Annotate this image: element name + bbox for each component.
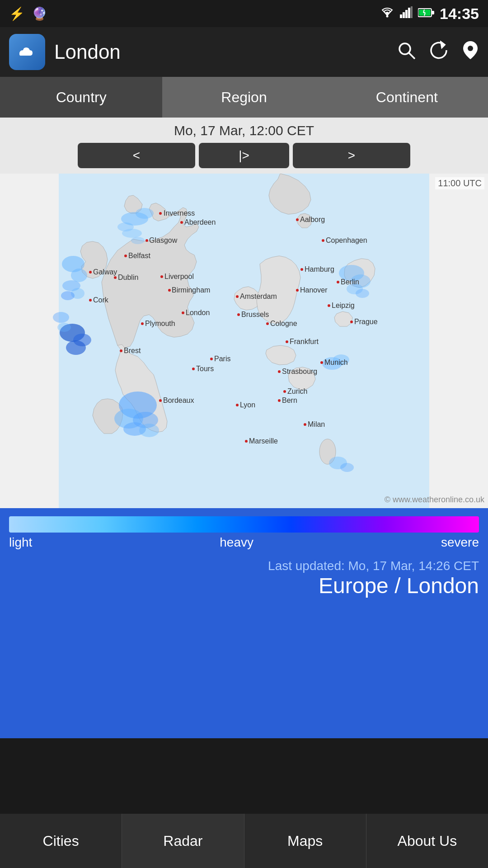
svg-point-22 xyxy=(61,291,75,300)
svg-text:Bordeaux: Bordeaux xyxy=(163,396,194,404)
svg-text:Zurich: Zurich xyxy=(287,387,307,395)
refresh-icon[interactable] xyxy=(429,41,448,64)
nav-cities[interactable]: Cities xyxy=(0,814,122,868)
svg-point-46 xyxy=(159,212,162,215)
svg-rect-7 xyxy=(432,11,434,14)
svg-text:Plymouth: Plymouth xyxy=(145,320,175,327)
location-name: Europe / London xyxy=(9,573,479,598)
svg-point-88 xyxy=(286,340,288,343)
svg-point-29 xyxy=(122,229,142,238)
svg-point-27 xyxy=(136,208,154,219)
svg-text:Berlin: Berlin xyxy=(341,278,359,286)
svg-text:Galway: Galway xyxy=(93,268,117,276)
svg-point-31 xyxy=(53,312,69,323)
svg-rect-5 xyxy=(411,6,413,18)
next-button[interactable]: > xyxy=(293,143,410,168)
now-button[interactable]: |> xyxy=(199,143,289,168)
svg-text:Aberdeen: Aberdeen xyxy=(184,218,216,226)
svg-text:Hanover: Hanover xyxy=(300,286,328,294)
nav-maps[interactable]: Maps xyxy=(244,814,366,868)
svg-point-48 xyxy=(180,221,183,224)
wifi-icon xyxy=(380,6,394,21)
legend-heavy: heavy xyxy=(220,535,253,550)
nav-radar[interactable]: Radar xyxy=(122,814,244,868)
svg-point-66 xyxy=(141,322,144,325)
svg-point-19 xyxy=(71,269,87,282)
svg-text:Aalborg: Aalborg xyxy=(300,216,325,223)
legend-labels: light heavy severe xyxy=(9,535,479,550)
tab-country[interactable]: Country xyxy=(0,77,163,118)
header-icons xyxy=(397,40,479,64)
svg-point-78 xyxy=(245,440,248,443)
svg-text:Liverpool: Liverpool xyxy=(164,273,194,280)
location-icon[interactable] xyxy=(462,40,479,64)
prev-button[interactable]: < xyxy=(78,143,195,168)
water-drop-icon: 🔮 xyxy=(32,6,47,21)
svg-point-15 xyxy=(468,46,473,51)
search-icon[interactable] xyxy=(397,41,416,64)
app-title: London xyxy=(54,41,388,63)
info-bar: Last updated: Mo, 17 Mar, 14:26 CET Euro… xyxy=(0,554,488,607)
svg-point-96 xyxy=(296,289,299,292)
svg-text:Strasbourg: Strasbourg xyxy=(282,368,317,375)
tab-region[interactable]: Region xyxy=(163,77,325,118)
tab-bar: Country Region Continent xyxy=(0,77,488,118)
svg-point-94 xyxy=(236,295,239,298)
status-time: 14:35 xyxy=(440,5,479,23)
svg-marker-14 xyxy=(441,42,445,47)
svg-text:Prague: Prague xyxy=(354,318,378,326)
utc-label: 11:00 UTC xyxy=(435,177,484,189)
svg-rect-1 xyxy=(400,14,402,18)
nav-about[interactable]: About Us xyxy=(366,814,488,868)
svg-point-86 xyxy=(304,423,306,426)
svg-point-60 xyxy=(168,289,171,292)
legend-severe: severe xyxy=(441,535,479,550)
status-left-icons: ⚡ 🔮 xyxy=(9,6,47,21)
status-bar: ⚡ 🔮 xyxy=(0,0,488,27)
svg-rect-4 xyxy=(408,8,410,18)
svg-point-102 xyxy=(328,304,330,307)
svg-point-80 xyxy=(278,370,281,373)
svg-point-82 xyxy=(278,399,281,402)
svg-point-45 xyxy=(340,463,354,472)
signal-icon xyxy=(400,6,413,21)
datetime-display: Mo, 17 Mar, 12:00 CET xyxy=(174,123,314,138)
svg-text:Belfast: Belfast xyxy=(128,252,150,259)
svg-line-13 xyxy=(409,53,415,59)
svg-text:Hamburg: Hamburg xyxy=(305,265,334,273)
svg-point-30 xyxy=(131,237,145,244)
blue-spacer xyxy=(0,607,488,738)
svg-text:Leipzig: Leipzig xyxy=(332,302,355,309)
svg-text:London: London xyxy=(186,309,210,316)
svg-point-0 xyxy=(386,15,389,17)
svg-text:Frankfurt: Frankfurt xyxy=(290,338,319,345)
tab-continent[interactable]: Continent xyxy=(326,77,488,118)
svg-text:Cork: Cork xyxy=(93,296,109,304)
status-right-icons: 14:35 xyxy=(380,5,479,23)
nav-buttons: < |> > xyxy=(78,143,410,168)
svg-point-12 xyxy=(399,43,410,54)
svg-point-90 xyxy=(266,322,269,325)
svg-point-25 xyxy=(66,340,86,355)
svg-text:Inverness: Inverness xyxy=(164,209,195,217)
svg-text:Paris: Paris xyxy=(214,355,230,363)
svg-text:Tours: Tours xyxy=(196,365,214,373)
battery-icon xyxy=(418,7,434,21)
svg-point-100 xyxy=(337,281,339,283)
svg-point-58 xyxy=(160,275,163,278)
svg-text:Glasgow: Glasgow xyxy=(149,236,178,244)
svg-text:Munich: Munich xyxy=(324,359,348,366)
svg-point-108 xyxy=(322,239,324,242)
svg-point-52 xyxy=(124,255,127,257)
svg-text:Amsterdam: Amsterdam xyxy=(240,292,277,300)
svg-point-92 xyxy=(237,313,240,316)
svg-text:Milan: Milan xyxy=(308,420,325,428)
app-header: London xyxy=(0,27,488,77)
svg-point-106 xyxy=(320,361,323,364)
last-updated: Last updated: Mo, 17 Mar, 14:26 CET xyxy=(9,559,479,573)
usb-icon: ⚡ xyxy=(9,6,25,21)
legend-light: light xyxy=(9,535,32,550)
svg-text:Copenhagen: Copenhagen xyxy=(326,236,367,244)
svg-point-68 xyxy=(120,349,122,352)
svg-rect-3 xyxy=(405,10,408,18)
